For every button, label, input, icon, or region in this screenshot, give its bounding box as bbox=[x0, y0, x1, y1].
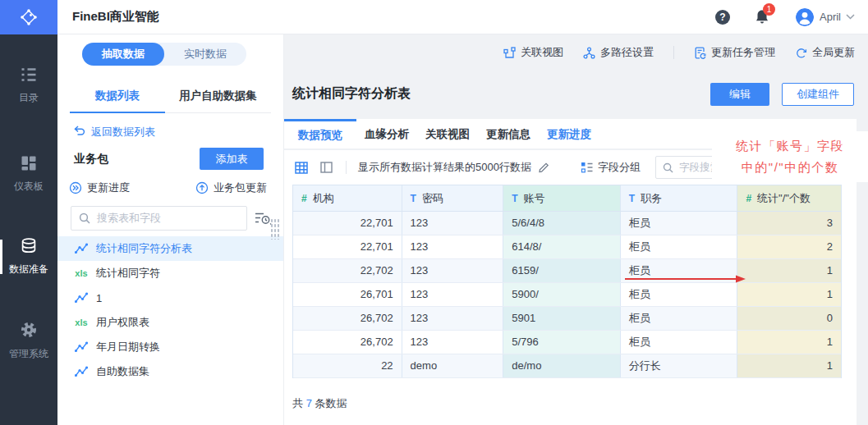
toolbar-link-view-button[interactable]: 关联视图 bbox=[503, 45, 563, 60]
column-header[interactable]: #统计"/"个数 bbox=[737, 185, 841, 211]
column-header[interactable]: T账号 bbox=[503, 185, 621, 211]
list-item[interactable]: 1 bbox=[57, 286, 283, 310]
sidebar-item-dashboard[interactable]: 仪表板 bbox=[0, 156, 57, 194]
table-cell: 3 bbox=[737, 212, 841, 235]
business-package-title: 业务包 bbox=[74, 152, 108, 165]
back-icon bbox=[74, 126, 85, 139]
list-item[interactable]: 年月日期转换 bbox=[57, 335, 283, 359]
sidebar-item-admin[interactable]: 管理系统 bbox=[0, 322, 57, 361]
table-cell: 5900/ bbox=[503, 283, 621, 306]
chevron-down-icon[interactable] bbox=[846, 14, 855, 20]
filter-history-icon[interactable] bbox=[255, 212, 272, 225]
edit-button[interactable]: 编辑 bbox=[710, 83, 769, 106]
panel-view-icon[interactable] bbox=[320, 162, 333, 173]
table-cell: 柜员 bbox=[621, 331, 738, 354]
sidebar: 目录仪表板数据准备管理系统 bbox=[0, 34, 57, 425]
user-name[interactable]: April bbox=[820, 11, 841, 23]
finebi-logo-icon[interactable] bbox=[0, 0, 57, 34]
back-link-label: 返回数据列表 bbox=[91, 125, 155, 139]
field-group-button[interactable]: 字段分组 bbox=[581, 160, 641, 175]
view-tab[interactable]: 关联视图 bbox=[417, 119, 478, 149]
row-count-text: 共 7 条数据 bbox=[292, 396, 857, 411]
table-cell: 柜员 bbox=[621, 235, 738, 258]
search-placeholder: 搜索表和字段 bbox=[97, 211, 161, 226]
text-field-icon: T bbox=[629, 185, 635, 211]
table-row: 26,7011235900/柜员1 bbox=[293, 283, 841, 307]
table-cell: 1 bbox=[737, 283, 841, 306]
topbar: FineBI商业智能 ? 1 April bbox=[0, 0, 868, 34]
table-cell: 22,701 bbox=[293, 235, 402, 258]
analysis-table-icon bbox=[74, 292, 89, 304]
toolbar-multi-path-button[interactable]: 多路径设置 bbox=[583, 45, 654, 60]
table-cell: 柜员 bbox=[621, 307, 738, 330]
table-search-input[interactable]: 搜索表和字段 bbox=[71, 206, 247, 231]
table-cell: 5/6/4/8 bbox=[503, 212, 621, 235]
sidebar-item-data-prep[interactable]: 数据准备 bbox=[0, 238, 57, 276]
table-row: 26,7021235/796柜员1 bbox=[293, 331, 841, 354]
notification-bell-icon[interactable]: 1 bbox=[755, 9, 769, 25]
table-header-row: #机构T密码T账号T职务#统计"/"个数 bbox=[293, 185, 841, 212]
table-cell: 22,702 bbox=[293, 259, 402, 282]
column-header[interactable]: #机构 bbox=[293, 185, 402, 211]
xls-file-icon: xls bbox=[74, 268, 89, 278]
avatar[interactable] bbox=[796, 8, 814, 26]
table-cell: 1 bbox=[737, 331, 841, 354]
main-area: 关联视图多路径设置更新任务管理全局更新 统计相同字符分析表 编辑 创建组件 数据… bbox=[284, 34, 868, 425]
create-component-button[interactable]: 创建组件 bbox=[782, 83, 854, 106]
table-cell: demo bbox=[402, 354, 504, 377]
table-cell: 分行长 bbox=[621, 354, 738, 377]
table-cell: 123 bbox=[402, 212, 504, 235]
table-row: 22,7021236159/柜员1 bbox=[293, 259, 841, 283]
list-item[interactable]: xls统计相同字符 bbox=[57, 261, 283, 286]
column-header[interactable]: T职务 bbox=[621, 185, 738, 211]
grid-view-icon[interactable] bbox=[295, 162, 308, 174]
link-view-icon bbox=[503, 47, 516, 59]
rows-info-text: 显示所有数据计算结果的5000行数据 bbox=[358, 160, 531, 175]
dashboard-icon bbox=[21, 156, 36, 172]
add-table-button[interactable]: 添加表 bbox=[200, 148, 264, 170]
divider bbox=[673, 46, 674, 59]
table-cell: 123 bbox=[402, 331, 504, 354]
panel-tab-data-list[interactable]: 数据列表 bbox=[70, 80, 165, 113]
sidebar-item-catalog[interactable]: 目录 bbox=[0, 67, 57, 105]
list-item[interactable]: 自助数据集 bbox=[57, 359, 283, 384]
table-cell: 26,702 bbox=[293, 307, 402, 330]
view-tab[interactable]: 血缘分析 bbox=[356, 119, 417, 149]
annotation-note: 统计「账号」字段 中的"/"中的个数 bbox=[712, 131, 868, 182]
back-to-data-list-link[interactable]: 返回数据列表 bbox=[74, 125, 155, 139]
table-cell: 0 bbox=[737, 307, 841, 330]
xls-file-icon: xls bbox=[74, 318, 89, 327]
toggle-realtime-data[interactable]: 实时数据 bbox=[164, 43, 246, 66]
table-row: 22demode/mo分行长1 bbox=[293, 354, 841, 378]
search-icon bbox=[79, 212, 90, 224]
data-preview-table: #机构T密码T账号T职务#统计"/"个数22,7011235/6/4/8柜员32… bbox=[292, 185, 842, 378]
view-tab[interactable]: 数据预览 bbox=[284, 119, 356, 149]
toolbar-update-task-button[interactable]: 更新任务管理 bbox=[694, 45, 775, 60]
package-update-link[interactable]: 业务包更新 bbox=[195, 181, 267, 195]
table-cell: 26,701 bbox=[293, 283, 402, 306]
table-cell: 5901 bbox=[503, 307, 621, 330]
panel-resize-handle[interactable] bbox=[270, 218, 279, 240]
topbar-right: ? 1 April bbox=[715, 8, 868, 26]
table-cell: 26,702 bbox=[293, 331, 402, 354]
panel-tab-self-service-dataset[interactable]: 用户自助数据集 bbox=[165, 80, 271, 113]
toolbar-global-update-button[interactable]: 全局更新 bbox=[795, 45, 855, 60]
search-icon bbox=[663, 162, 673, 173]
update-progress-link[interactable]: 更新进度 bbox=[69, 181, 130, 195]
view-tab[interactable]: 更新进度 bbox=[539, 119, 599, 149]
table-cell: 123 bbox=[402, 235, 504, 258]
panel-tabs: 数据列表用户自助数据集 bbox=[70, 80, 271, 113]
main-toolbar: 关联视图多路径设置更新任务管理全局更新 bbox=[503, 45, 855, 60]
table-cell: 6159/ bbox=[503, 259, 621, 282]
list-item[interactable]: 统计相同字符分析表 bbox=[57, 236, 283, 261]
toggle-extract-data[interactable]: 抽取数据 bbox=[82, 43, 164, 66]
help-icon[interactable]: ? bbox=[715, 10, 730, 25]
package-row: 业务包 添加表 bbox=[74, 148, 264, 170]
analysis-table-icon bbox=[74, 341, 89, 353]
view-tab[interactable]: 更新信息 bbox=[478, 119, 539, 149]
update-row: 更新进度 业务包更新 bbox=[69, 181, 267, 195]
column-header[interactable]: T密码 bbox=[402, 185, 504, 211]
table-cell: 123 bbox=[402, 259, 504, 282]
edit-pencil-icon[interactable] bbox=[538, 162, 549, 173]
list-item[interactable]: xls用户权限表 bbox=[57, 310, 283, 335]
